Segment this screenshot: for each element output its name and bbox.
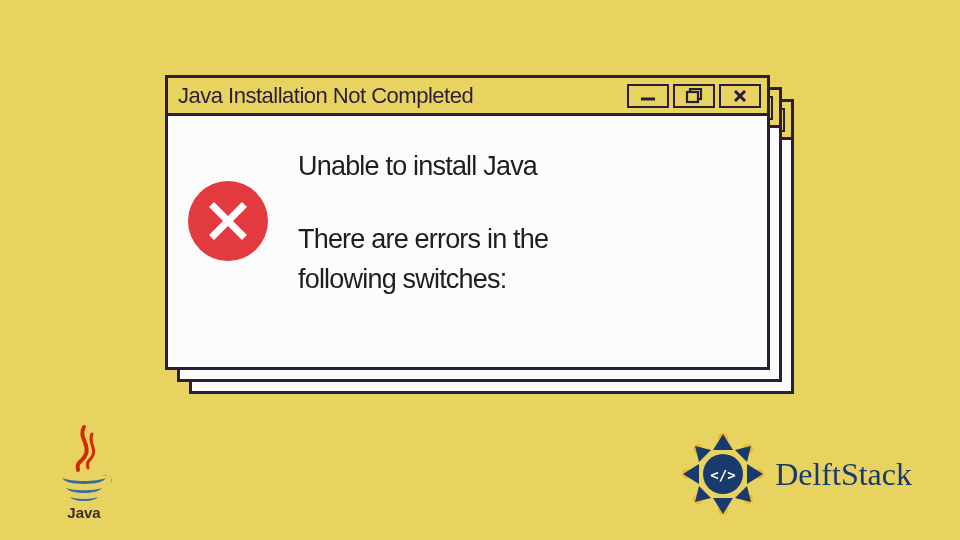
svg-rect-2 <box>687 92 698 102</box>
delftstack-logo: </> DelftStack <box>679 430 912 518</box>
svg-text:Java: Java <box>67 504 101 521</box>
error-heading: Unable to install Java <box>298 146 548 187</box>
window-controls <box>627 84 761 108</box>
svg-text:</>: </> <box>711 467 736 483</box>
error-detail-line2: following switches: <box>298 259 548 300</box>
error-icon <box>188 181 268 261</box>
error-dialog-stack: Java Installation Not Completed <box>165 75 790 390</box>
close-button[interactable] <box>719 84 761 108</box>
dialog-body: Unable to install Java There are errors … <box>168 116 767 367</box>
delftstack-emblem-icon: </> <box>679 430 767 518</box>
minimize-button[interactable] <box>627 84 669 108</box>
delftstack-text: DelftStack <box>775 456 912 493</box>
window-title: Java Installation Not Completed <box>178 83 473 109</box>
error-detail-line1: There are errors in the <box>298 219 548 260</box>
java-logo: Java <box>48 422 120 522</box>
titlebar[interactable]: Java Installation Not Completed <box>168 78 767 116</box>
message-area: Unable to install Java There are errors … <box>298 146 548 300</box>
maximize-button[interactable] <box>673 84 715 108</box>
error-dialog: Java Installation Not Completed <box>165 75 770 370</box>
